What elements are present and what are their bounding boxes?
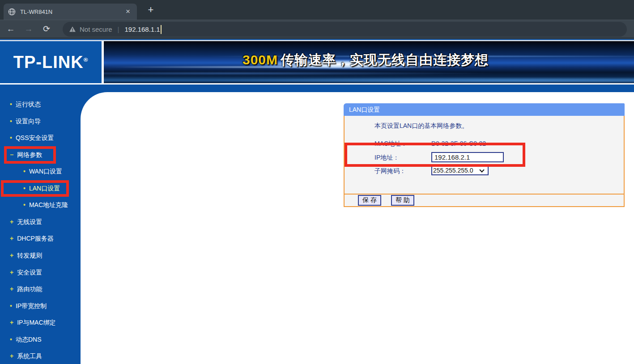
text-caret bbox=[161, 25, 162, 34]
sidebar-item-label: 安全设置 bbox=[17, 269, 42, 276]
tab-strip: TL-WR841N × + bbox=[0, 0, 634, 20]
dot-bullet-icon: • bbox=[10, 101, 12, 108]
mac-address-value: D8-32-3F-06-C0-02 bbox=[431, 140, 486, 147]
address-bar[interactable]: Not secure | 192.168.1.1 bbox=[63, 22, 627, 37]
tplink-logo: TP-LINK® bbox=[0, 41, 102, 83]
plus-bullet-icon: + bbox=[10, 285, 13, 292]
reload-icon[interactable]: ⟳ bbox=[39, 22, 54, 36]
sidebar-item-16[interactable]: +系统工具 bbox=[10, 352, 42, 360]
sidebar-item-label: 动态DNS bbox=[16, 336, 42, 343]
sidebar-item-label: MAC地址克隆 bbox=[29, 201, 68, 208]
subnet-mask-label: 子网掩码： bbox=[374, 167, 406, 175]
plus-bullet-icon: + bbox=[10, 352, 13, 360]
sidebar-item-label: DHCP服务器 bbox=[17, 235, 54, 242]
forward-icon[interactable]: → bbox=[21, 22, 36, 36]
plus-bullet-icon: + bbox=[10, 269, 13, 276]
dot-bullet-icon: • bbox=[10, 336, 12, 343]
not-secure-label: Not secure bbox=[80, 25, 112, 33]
panel-description: 本页设置LAN口的基本网络参数。 bbox=[374, 122, 468, 130]
plus-bullet-icon: + bbox=[10, 218, 13, 225]
banner-image: 300M传输速率，实现无线自由连接梦想 bbox=[104, 41, 634, 83]
subnet-mask-select[interactable]: 255.255.255.0 bbox=[431, 165, 489, 175]
browser-toolbar: ← → ⟳ Not secure | 192.168.1.1 bbox=[0, 20, 634, 38]
tab-title: TL-WR841N bbox=[20, 8, 123, 15]
url-text: 192.168.1.1 bbox=[124, 25, 160, 33]
sidebar-item-11[interactable]: +安全设置 bbox=[10, 269, 42, 277]
logo-text: TP-LINK bbox=[13, 53, 84, 72]
plus-bullet-icon: + bbox=[10, 252, 13, 259]
panel-body: 本页设置LAN口的基本网络参数。 MAC地址： D8-32-3F-06-C0-0… bbox=[344, 116, 625, 194]
screen: TL-WR841N × + ← → ⟳ Not secure | 192.168… bbox=[0, 0, 634, 364]
tab-close-icon[interactable]: × bbox=[123, 7, 132, 16]
sidebar-item-2[interactable]: •设置向导 bbox=[10, 118, 41, 126]
sidebar-item-label: QSS安全设置 bbox=[16, 134, 54, 141]
banner-slogan: 传输速率，实现无线自由连接梦想 bbox=[281, 52, 489, 67]
minus-bullet-icon: − bbox=[10, 151, 13, 158]
sidebar-item-label: 无线设置 bbox=[17, 218, 42, 225]
ip-address-label: IP地址： bbox=[374, 154, 399, 162]
sidebar-item-5[interactable]: •WAN口设置 bbox=[23, 168, 62, 176]
sidebar-item-label: IP带宽控制 bbox=[16, 302, 47, 309]
not-secure-warning-icon bbox=[69, 26, 76, 33]
panel-footer: 保 存 帮 助 bbox=[344, 194, 625, 207]
sidebar-item-label: WAN口设置 bbox=[29, 168, 62, 175]
sidebar-item-label: 运行状态 bbox=[16, 101, 41, 108]
save-button[interactable]: 保 存 bbox=[358, 195, 381, 206]
registered-mark: ® bbox=[84, 56, 89, 63]
sidebar-item-15[interactable]: •动态DNS bbox=[10, 336, 41, 344]
ip-address-input[interactable] bbox=[431, 152, 504, 162]
lan-settings-panel: LAN口设置 本页设置LAN口的基本网络参数。 MAC地址： D8-32-3F-… bbox=[344, 103, 625, 207]
panel-title: LAN口设置 bbox=[344, 103, 625, 116]
sidebar-item-12[interactable]: +路由功能 bbox=[10, 285, 42, 293]
sidebar-item-label: 系统工具 bbox=[17, 352, 42, 360]
dot-bullet-icon: • bbox=[23, 185, 26, 192]
sidebar-item-label: IP与MAC绑定 bbox=[17, 319, 55, 326]
sidebar-item-8[interactable]: +无线设置 bbox=[10, 218, 42, 226]
globe-favicon-icon bbox=[8, 8, 16, 16]
dot-bullet-icon: • bbox=[10, 302, 12, 309]
dot-bullet-icon: • bbox=[23, 168, 26, 175]
banner-highlight: 300M bbox=[243, 52, 278, 67]
sidebar-item-label: LAN口设置 bbox=[29, 185, 60, 192]
sidebar-item-7[interactable]: •MAC地址克隆 bbox=[23, 201, 68, 209]
browser-tab[interactable]: TL-WR841N × bbox=[4, 4, 137, 20]
sidebar-item-9[interactable]: +DHCP服务器 bbox=[10, 235, 54, 243]
sidebar-item-13[interactable]: •IP带宽控制 bbox=[10, 302, 47, 310]
sidebar-item-4[interactable]: −网络参数 bbox=[10, 151, 42, 159]
sidebar-item-6[interactable]: •LAN口设置 bbox=[23, 185, 60, 193]
sidebar-item-10[interactable]: +转发规则 bbox=[10, 252, 42, 260]
mac-address-label: MAC地址： bbox=[374, 140, 407, 148]
plus-bullet-icon: + bbox=[10, 319, 13, 326]
dot-bullet-icon: • bbox=[10, 118, 12, 125]
omnibox-divider: | bbox=[118, 25, 119, 33]
sidebar-item-1[interactable]: •运行状态 bbox=[10, 101, 41, 109]
dot-bullet-icon: • bbox=[23, 201, 26, 208]
site-header: TP-LINK® 300M传输速率，实现无线自由连接梦想 bbox=[0, 41, 634, 83]
sidebar-item-label: 设置向导 bbox=[16, 118, 41, 125]
plus-bullet-icon: + bbox=[10, 235, 13, 242]
sidebar-item-label: 转发规则 bbox=[17, 252, 42, 259]
back-icon[interactable]: ← bbox=[4, 22, 18, 36]
sidebar-item-14[interactable]: +IP与MAC绑定 bbox=[10, 319, 56, 327]
dot-bullet-icon: • bbox=[10, 134, 12, 141]
sidebar-item-label: 路由功能 bbox=[17, 285, 42, 292]
new-tab-button[interactable]: + bbox=[144, 4, 157, 17]
help-button[interactable]: 帮 助 bbox=[391, 195, 414, 206]
sidebar-item-3[interactable]: •QSS安全设置 bbox=[10, 134, 54, 142]
sidebar-item-label: 网络参数 bbox=[17, 151, 42, 158]
